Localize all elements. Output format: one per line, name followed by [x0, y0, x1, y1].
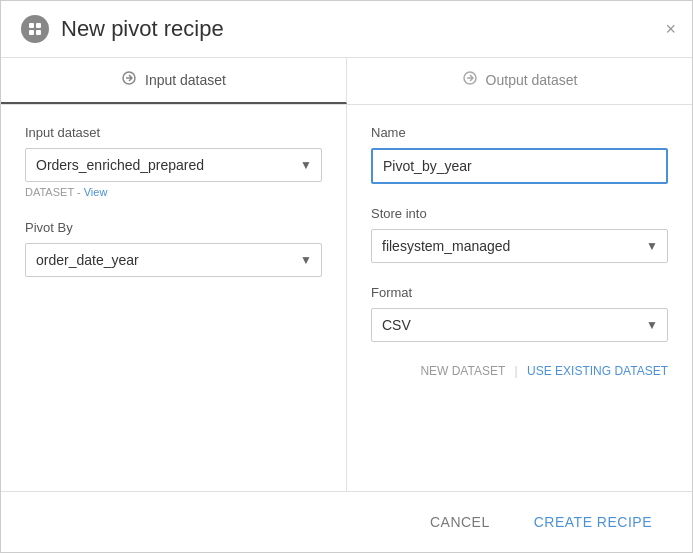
- dialog-footer: CANCEL CREATE RECIPE: [1, 491, 692, 552]
- svg-rect-2: [29, 30, 34, 35]
- input-dataset-group: Input dataset Orders_enriched_prepared ▼…: [25, 125, 322, 198]
- left-panel: Input dataset Orders_enriched_prepared ▼…: [1, 105, 347, 491]
- use-existing-link[interactable]: USE EXISTING DATASET: [527, 364, 668, 378]
- dialog-header: New pivot recipe ×: [1, 1, 692, 58]
- pivot-by-group: Pivot By order_date_year ▼: [25, 220, 322, 277]
- dataset-view-link[interactable]: View: [84, 186, 108, 198]
- input-dataset-select[interactable]: Orders_enriched_prepared: [25, 148, 322, 182]
- dataset-links: NEW DATASET | USE EXISTING DATASET: [371, 364, 668, 378]
- name-label: Name: [371, 125, 668, 140]
- name-group: Name: [371, 125, 668, 184]
- dataset-separator: -: [77, 186, 84, 198]
- pivot-by-label: Pivot By: [25, 220, 322, 235]
- dataset-subtitle: DATASET - View: [25, 186, 322, 198]
- tab-output-label: Output dataset: [486, 72, 578, 88]
- input-dataset-label: Input dataset: [25, 125, 322, 140]
- tabs-row: Input dataset Output dataset: [1, 58, 692, 105]
- tab-input-label: Input dataset: [145, 72, 226, 88]
- right-panel: Name Store into filesystem_managed ▼ For…: [347, 105, 692, 491]
- tab-output-dataset[interactable]: Output dataset: [347, 58, 692, 104]
- links-separator: |: [515, 364, 518, 378]
- input-tab-icon: [121, 70, 137, 90]
- close-button[interactable]: ×: [665, 20, 676, 38]
- dataset-type-label: DATASET: [25, 186, 74, 198]
- store-into-group: Store into filesystem_managed ▼: [371, 206, 668, 263]
- store-into-label: Store into: [371, 206, 668, 221]
- dialog-title: New pivot recipe: [61, 16, 224, 42]
- dialog: New pivot recipe × Input dataset Output …: [0, 0, 693, 553]
- new-dataset-link[interactable]: NEW DATASET: [420, 364, 505, 378]
- output-tab-icon: [462, 70, 478, 90]
- pivot-by-select[interactable]: order_date_year: [25, 243, 322, 277]
- svg-rect-0: [29, 23, 34, 28]
- format-select[interactable]: CSV: [371, 308, 668, 342]
- format-label: Format: [371, 285, 668, 300]
- name-input[interactable]: [371, 148, 668, 184]
- dialog-body: Input dataset Orders_enriched_prepared ▼…: [1, 105, 692, 491]
- svg-rect-3: [36, 30, 41, 35]
- tab-input-dataset[interactable]: Input dataset: [1, 58, 347, 104]
- svg-rect-1: [36, 23, 41, 28]
- cancel-button[interactable]: CANCEL: [410, 504, 510, 540]
- create-recipe-button[interactable]: CREATE RECIPE: [514, 504, 672, 540]
- format-group: Format CSV ▼: [371, 285, 668, 342]
- dialog-header-icon: [21, 15, 49, 43]
- store-into-select-wrapper: filesystem_managed ▼: [371, 229, 668, 263]
- input-dataset-select-wrapper: Orders_enriched_prepared ▼: [25, 148, 322, 182]
- format-select-wrapper: CSV ▼: [371, 308, 668, 342]
- pivot-by-select-wrapper: order_date_year ▼: [25, 243, 322, 277]
- store-into-select[interactable]: filesystem_managed: [371, 229, 668, 263]
